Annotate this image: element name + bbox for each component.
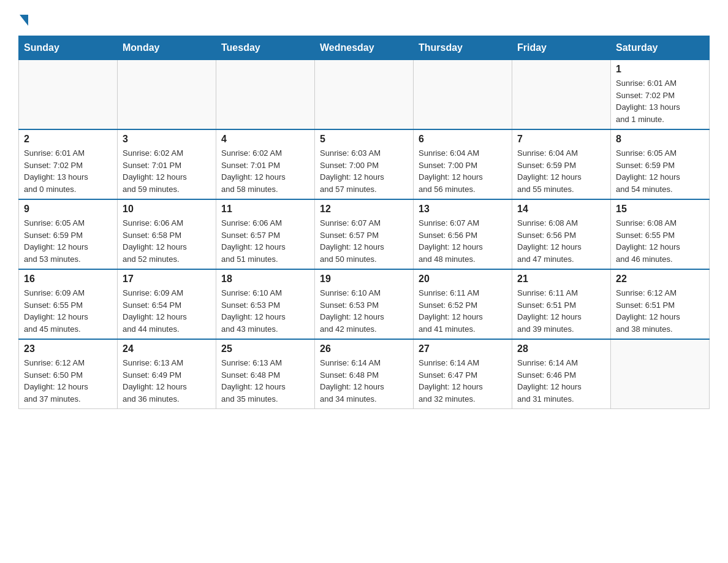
calendar-cell: 22Sunrise: 6:12 AMSunset: 6:51 PMDayligh… xyxy=(611,269,710,339)
day-number: 19 xyxy=(320,274,408,285)
calendar-cell xyxy=(414,60,512,130)
day-number: 2 xyxy=(24,134,112,145)
calendar-week-row: 23Sunrise: 6:12 AMSunset: 6:50 PMDayligh… xyxy=(19,339,710,409)
weekday-header-monday: Monday xyxy=(118,36,216,60)
calendar-cell: 17Sunrise: 6:09 AMSunset: 6:54 PMDayligh… xyxy=(118,269,216,339)
calendar-cell: 5Sunrise: 6:03 AMSunset: 7:00 PMDaylight… xyxy=(315,129,414,199)
day-number: 9 xyxy=(24,204,112,215)
calendar-cell xyxy=(512,60,611,130)
logo-arrow-icon xyxy=(20,15,28,26)
day-number: 14 xyxy=(517,204,605,215)
calendar-cell: 23Sunrise: 6:12 AMSunset: 6:50 PMDayligh… xyxy=(19,339,118,409)
weekday-header-wednesday: Wednesday xyxy=(315,36,414,60)
day-info: Sunrise: 6:12 AMSunset: 6:51 PMDaylight:… xyxy=(616,287,704,335)
day-info: Sunrise: 6:04 AMSunset: 7:00 PMDaylight:… xyxy=(419,147,507,195)
day-number: 20 xyxy=(419,274,507,285)
day-info: Sunrise: 6:07 AMSunset: 6:56 PMDaylight:… xyxy=(419,217,507,265)
calendar-cell: 15Sunrise: 6:08 AMSunset: 6:55 PMDayligh… xyxy=(611,199,710,269)
day-number: 4 xyxy=(221,134,309,145)
day-number: 5 xyxy=(320,134,408,145)
calendar-cell: 24Sunrise: 6:13 AMSunset: 6:49 PMDayligh… xyxy=(118,339,216,409)
day-info: Sunrise: 6:01 AMSunset: 7:02 PMDaylight:… xyxy=(24,147,112,195)
day-number: 26 xyxy=(320,343,408,354)
calendar-cell xyxy=(315,60,414,130)
calendar-cell: 16Sunrise: 6:09 AMSunset: 6:55 PMDayligh… xyxy=(19,269,118,339)
day-info: Sunrise: 6:03 AMSunset: 7:00 PMDaylight:… xyxy=(320,147,408,195)
calendar-header-row: SundayMondayTuesdayWednesdayThursdayFrid… xyxy=(19,36,710,60)
day-number: 13 xyxy=(419,204,507,215)
calendar-cell: 14Sunrise: 6:08 AMSunset: 6:56 PMDayligh… xyxy=(512,199,611,269)
calendar-cell: 19Sunrise: 6:10 AMSunset: 6:53 PMDayligh… xyxy=(315,269,414,339)
calendar-cell: 1Sunrise: 6:01 AMSunset: 7:02 PMDaylight… xyxy=(611,60,710,130)
day-info: Sunrise: 6:06 AMSunset: 6:57 PMDaylight:… xyxy=(221,217,309,265)
day-info: Sunrise: 6:01 AMSunset: 7:02 PMDaylight:… xyxy=(616,77,704,125)
day-info: Sunrise: 6:11 AMSunset: 6:51 PMDaylight:… xyxy=(517,287,605,335)
day-info: Sunrise: 6:02 AMSunset: 7:01 PMDaylight:… xyxy=(123,147,211,195)
day-info: Sunrise: 6:14 AMSunset: 6:47 PMDaylight:… xyxy=(419,357,507,405)
day-number: 25 xyxy=(221,343,309,354)
calendar-cell: 13Sunrise: 6:07 AMSunset: 6:56 PMDayligh… xyxy=(414,199,512,269)
calendar-cell: 20Sunrise: 6:11 AMSunset: 6:52 PMDayligh… xyxy=(414,269,512,339)
day-number: 22 xyxy=(616,274,704,285)
calendar-cell: 2Sunrise: 6:01 AMSunset: 7:02 PMDaylight… xyxy=(19,129,118,199)
calendar-week-row: 2Sunrise: 6:01 AMSunset: 7:02 PMDaylight… xyxy=(19,129,710,199)
day-info: Sunrise: 6:02 AMSunset: 7:01 PMDaylight:… xyxy=(221,147,309,195)
logo xyxy=(18,12,28,23)
day-number: 8 xyxy=(616,134,704,145)
day-number: 27 xyxy=(419,343,507,354)
day-info: Sunrise: 6:08 AMSunset: 6:55 PMDaylight:… xyxy=(616,217,704,265)
calendar-cell: 18Sunrise: 6:10 AMSunset: 6:53 PMDayligh… xyxy=(216,269,315,339)
day-info: Sunrise: 6:13 AMSunset: 6:49 PMDaylight:… xyxy=(123,357,211,405)
calendar-cell: 9Sunrise: 6:05 AMSunset: 6:59 PMDaylight… xyxy=(19,199,118,269)
day-info: Sunrise: 6:09 AMSunset: 6:54 PMDaylight:… xyxy=(123,287,211,335)
day-info: Sunrise: 6:05 AMSunset: 6:59 PMDaylight:… xyxy=(24,217,112,265)
day-info: Sunrise: 6:11 AMSunset: 6:52 PMDaylight:… xyxy=(419,287,507,335)
calendar-cell: 3Sunrise: 6:02 AMSunset: 7:01 PMDaylight… xyxy=(118,129,216,199)
weekday-header-sunday: Sunday xyxy=(19,36,118,60)
calendar-cell: 10Sunrise: 6:06 AMSunset: 6:58 PMDayligh… xyxy=(118,199,216,269)
day-info: Sunrise: 6:14 AMSunset: 6:46 PMDaylight:… xyxy=(517,357,605,405)
day-info: Sunrise: 6:07 AMSunset: 6:57 PMDaylight:… xyxy=(320,217,408,265)
calendar-cell: 11Sunrise: 6:06 AMSunset: 6:57 PMDayligh… xyxy=(216,199,315,269)
day-number: 10 xyxy=(123,204,211,215)
day-info: Sunrise: 6:13 AMSunset: 6:48 PMDaylight:… xyxy=(221,357,309,405)
day-number: 24 xyxy=(123,343,211,354)
day-number: 28 xyxy=(517,343,605,354)
calendar-cell: 6Sunrise: 6:04 AMSunset: 7:00 PMDaylight… xyxy=(414,129,512,199)
day-number: 6 xyxy=(419,134,507,145)
calendar-cell: 8Sunrise: 6:05 AMSunset: 6:59 PMDaylight… xyxy=(611,129,710,199)
calendar-cell: 7Sunrise: 6:04 AMSunset: 6:59 PMDaylight… xyxy=(512,129,611,199)
calendar-cell: 28Sunrise: 6:14 AMSunset: 6:46 PMDayligh… xyxy=(512,339,611,409)
day-number: 21 xyxy=(517,274,605,285)
weekday-header-tuesday: Tuesday xyxy=(216,36,315,60)
day-number: 1 xyxy=(616,64,704,75)
day-number: 18 xyxy=(221,274,309,285)
day-number: 16 xyxy=(24,274,112,285)
day-number: 11 xyxy=(221,204,309,215)
day-info: Sunrise: 6:12 AMSunset: 6:50 PMDaylight:… xyxy=(24,357,112,405)
calendar-cell xyxy=(216,60,315,130)
calendar-cell xyxy=(118,60,216,130)
calendar-cell: 12Sunrise: 6:07 AMSunset: 6:57 PMDayligh… xyxy=(315,199,414,269)
day-info: Sunrise: 6:05 AMSunset: 6:59 PMDaylight:… xyxy=(616,147,704,195)
calendar-cell xyxy=(611,339,710,409)
calendar-cell: 21Sunrise: 6:11 AMSunset: 6:51 PMDayligh… xyxy=(512,269,611,339)
calendar-table: SundayMondayTuesdayWednesdayThursdayFrid… xyxy=(18,36,710,409)
calendar-cell xyxy=(19,60,118,130)
weekday-header-saturday: Saturday xyxy=(611,36,710,60)
day-number: 23 xyxy=(24,343,112,354)
weekday-header-thursday: Thursday xyxy=(414,36,512,60)
day-info: Sunrise: 6:09 AMSunset: 6:55 PMDaylight:… xyxy=(24,287,112,335)
calendar-cell: 4Sunrise: 6:02 AMSunset: 7:01 PMDaylight… xyxy=(216,129,315,199)
day-info: Sunrise: 6:10 AMSunset: 6:53 PMDaylight:… xyxy=(221,287,309,335)
calendar-week-row: 16Sunrise: 6:09 AMSunset: 6:55 PMDayligh… xyxy=(19,269,710,339)
day-number: 17 xyxy=(123,274,211,285)
weekday-header-friday: Friday xyxy=(512,36,611,60)
day-number: 3 xyxy=(123,134,211,145)
day-number: 15 xyxy=(616,204,704,215)
calendar-cell: 26Sunrise: 6:14 AMSunset: 6:48 PMDayligh… xyxy=(315,339,414,409)
calendar-week-row: 9Sunrise: 6:05 AMSunset: 6:59 PMDaylight… xyxy=(19,199,710,269)
calendar-cell: 27Sunrise: 6:14 AMSunset: 6:47 PMDayligh… xyxy=(414,339,512,409)
calendar-cell: 25Sunrise: 6:13 AMSunset: 6:48 PMDayligh… xyxy=(216,339,315,409)
page-header xyxy=(18,12,710,23)
